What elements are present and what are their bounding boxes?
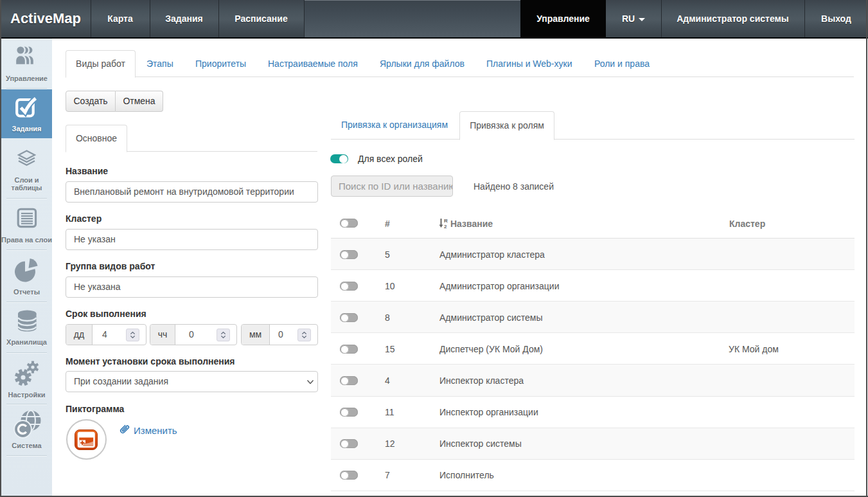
- svg-text:R: R: [444, 218, 448, 224]
- svg-text:2: 2: [444, 224, 447, 229]
